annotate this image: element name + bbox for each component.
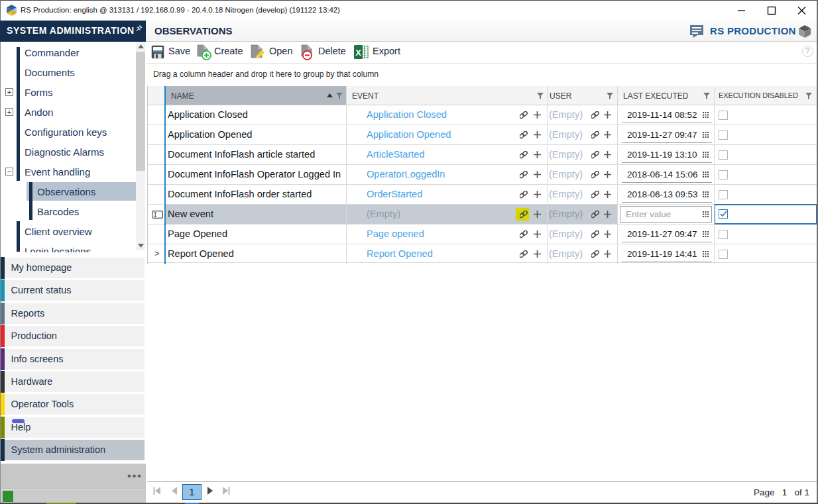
svg-text:X: X (355, 48, 361, 58)
